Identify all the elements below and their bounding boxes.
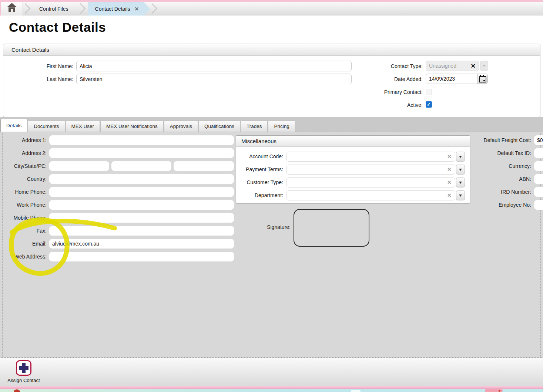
breadcrumb-contact-details-active[interactable]: Contact Details ✕ xyxy=(88,2,150,16)
last-name-field[interactable] xyxy=(76,74,352,84)
home-button[interactable] xyxy=(1,2,23,16)
country-field[interactable] xyxy=(49,174,234,184)
default-tax-id-field[interactable] xyxy=(534,148,543,158)
default-freight-cost-field[interactable] xyxy=(534,135,543,145)
work-phone-field[interactable] xyxy=(49,200,234,210)
tab-details[interactable]: Details xyxy=(0,119,27,132)
department-label: Department: xyxy=(235,192,283,198)
currency-label: Currency: xyxy=(472,163,531,169)
bottom-toolbar: Assign Contact xyxy=(0,357,543,387)
calendar-button[interactable] xyxy=(477,74,488,84)
breadcrumb: Control Files Contact Details ✕ xyxy=(1,2,543,16)
home-phone-field[interactable] xyxy=(49,187,234,197)
city-state-pc-label: City/State/PC: xyxy=(0,163,47,169)
city-field[interactable] xyxy=(49,161,109,171)
customer-type-field[interactable] xyxy=(286,178,455,187)
contact-type-field: Unassigned ✕ xyxy=(426,61,479,71)
tab-mex-user[interactable]: MEX User xyxy=(66,121,100,132)
customer-type-dropdown-button[interactable] xyxy=(456,178,465,187)
account-code-dropdown-button[interactable] xyxy=(456,152,465,162)
address1-label: Address 1: xyxy=(0,137,47,143)
check-icon: ✓ xyxy=(427,102,431,107)
breadcrumb-control-files[interactable]: Control Files xyxy=(33,2,78,16)
clear-icon[interactable]: ✕ xyxy=(471,62,476,70)
ird-number-label: IRD Number: xyxy=(472,189,531,195)
date-added-label: Date Added: xyxy=(366,76,423,82)
signature-box[interactable] xyxy=(294,209,369,247)
abn-field[interactable] xyxy=(534,174,543,184)
title-bar: Contact Details xyxy=(0,16,543,41)
window-frame-bottom xyxy=(0,386,543,389)
background-red-shape xyxy=(14,389,20,392)
fax-field[interactable] xyxy=(49,226,234,236)
contact-type-label: Contact Type: xyxy=(366,63,423,69)
default-tax-id-label: Default Tax ID: xyxy=(472,150,531,156)
work-phone-label: Work Phone: xyxy=(0,202,47,208)
web-address-label: Web Address: xyxy=(0,254,47,260)
payment-terms-label: Payment Terms: xyxy=(235,166,283,172)
default-freight-cost-label: Default Freight Cost: xyxy=(472,137,531,143)
payment-terms-dropdown-button[interactable] xyxy=(456,165,465,175)
mobile-phone-field[interactable] xyxy=(49,213,234,223)
employee-no-field[interactable] xyxy=(534,200,543,210)
abn-label: ABN: xyxy=(472,176,531,182)
tab-mex-user-notifications[interactable]: MEX User Notifications xyxy=(100,121,164,132)
chevron-down-icon xyxy=(483,65,486,67)
tab-pricing[interactable]: Pricing xyxy=(268,121,295,132)
web-address-field[interactable] xyxy=(49,252,234,261)
chevron-right-icon xyxy=(23,2,33,16)
country-label: Country: xyxy=(0,176,47,182)
account-code-label: Account Code: xyxy=(235,153,283,159)
first-name-field[interactable] xyxy=(76,61,352,71)
employee-no-label: Employee No: xyxy=(472,202,531,208)
background-window-strip xyxy=(0,389,543,392)
tab-approvals[interactable]: Approvals xyxy=(164,121,198,132)
contact-type-value: Unassigned xyxy=(429,63,471,69)
clear-icon[interactable]: ✕ xyxy=(447,179,452,185)
address1-field[interactable] xyxy=(49,135,234,145)
state-field[interactable] xyxy=(111,161,171,171)
active-label: Active: xyxy=(366,102,423,108)
department-dropdown-button[interactable] xyxy=(456,190,465,200)
background-pink-shape xyxy=(485,389,503,392)
clear-icon[interactable]: ✕ xyxy=(447,153,452,159)
email-field[interactable] xyxy=(49,239,234,249)
close-tab-icon[interactable]: ✕ xyxy=(135,6,139,12)
contact-type-combo[interactable]: Unassigned ✕ xyxy=(426,61,488,71)
plus-icon xyxy=(16,360,31,376)
postcode-field[interactable] xyxy=(174,161,234,171)
home-phone-label: Home Phone: xyxy=(0,189,47,195)
contact-type-dropdown-button[interactable] xyxy=(480,61,488,71)
active-checkbox[interactable]: ✓ xyxy=(426,101,432,108)
assign-contact-label: Assign Contact xyxy=(7,378,40,383)
customer-type-label: Customer Type: xyxy=(235,179,283,185)
ird-number-field[interactable] xyxy=(534,187,543,197)
date-added-picker xyxy=(426,74,488,84)
assign-contact-button[interactable]: Assign Contact xyxy=(5,360,42,383)
tab-qualifications[interactable]: Qualifications xyxy=(198,121,240,132)
mobile-phone-label: Mobile Phone: xyxy=(0,215,47,221)
primary-contact-checkbox[interactable] xyxy=(426,89,432,95)
home-icon xyxy=(7,5,17,13)
calendar-icon xyxy=(479,76,486,82)
chevron-down-icon xyxy=(459,182,462,184)
chevron-down-icon xyxy=(459,169,462,171)
chevron-down-icon xyxy=(459,195,462,197)
contact-details-window: Control Files Contact Details ✕ Contact … xyxy=(0,0,543,392)
last-name-label: Last Name: xyxy=(22,76,73,82)
panel-header: Contact Details xyxy=(3,44,540,56)
background-white-shape xyxy=(351,390,361,392)
chevron-right-icon xyxy=(78,2,88,16)
payment-terms-field[interactable] xyxy=(286,165,455,175)
tab-documents[interactable]: Documents xyxy=(28,121,65,132)
account-code-field[interactable] xyxy=(286,152,455,162)
currency-field[interactable] xyxy=(534,161,543,171)
miscellaneous-header: Miscellaneous xyxy=(236,136,470,147)
page-title: Contact Details xyxy=(9,20,106,35)
first-name-label: First Name: xyxy=(22,63,73,69)
clear-icon[interactable]: ✕ xyxy=(447,166,452,172)
clear-icon[interactable]: ✕ xyxy=(447,192,452,198)
address2-field[interactable] xyxy=(49,148,234,158)
department-field[interactable] xyxy=(286,190,455,200)
tab-trades[interactable]: Trades xyxy=(241,121,268,132)
